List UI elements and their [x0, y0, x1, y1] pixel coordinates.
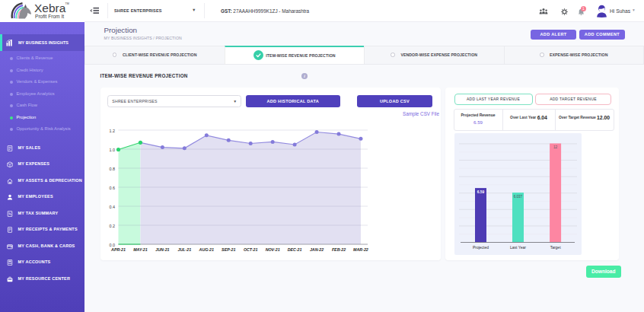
svg-text:JUL-21: JUL-21: [177, 247, 191, 252]
svg-text:1.0: 1.0: [109, 148, 115, 152]
svg-text:Target: Target: [550, 245, 562, 250]
svg-text:OCT-21: OCT-21: [243, 247, 257, 252]
svg-text:NOV-21: NOV-21: [265, 247, 279, 252]
svg-text:DEC-21: DEC-21: [287, 247, 301, 252]
svg-text:0.6: 0.6: [109, 186, 115, 190]
svg-text:12: 12: [553, 145, 558, 149]
svg-text:Profit From It: Profit From It: [35, 14, 64, 19]
svg-text:Projected: Projected: [473, 245, 489, 250]
svg-text:FEB-22: FEB-22: [331, 247, 345, 252]
svg-text:1.2: 1.2: [109, 129, 115, 133]
svg-text:AUG-21: AUG-21: [198, 247, 213, 252]
svg-text:Last Year: Last Year: [510, 245, 526, 250]
svg-text:0.4: 0.4: [109, 205, 115, 209]
svg-text:0.2: 0.2: [109, 224, 115, 228]
svg-text:JAN-22: JAN-22: [309, 247, 323, 252]
svg-text:0.0: 0.0: [109, 243, 115, 247]
svg-text:MAR-22: MAR-22: [353, 247, 368, 252]
svg-text:APR-21: APR-21: [110, 247, 126, 252]
svg-text:0.8: 0.8: [109, 167, 115, 171]
svg-text:Xebra: Xebra: [34, 2, 66, 14]
svg-text:MAY-21: MAY-21: [133, 247, 148, 252]
svg-text:TM: TM: [65, 2, 69, 5]
svg-text:SEP-21: SEP-21: [222, 247, 235, 252]
svg-text:JUN-21: JUN-21: [155, 247, 169, 252]
svg-text:6.59: 6.59: [477, 189, 485, 193]
svg-text:6.037: 6.037: [514, 194, 523, 198]
